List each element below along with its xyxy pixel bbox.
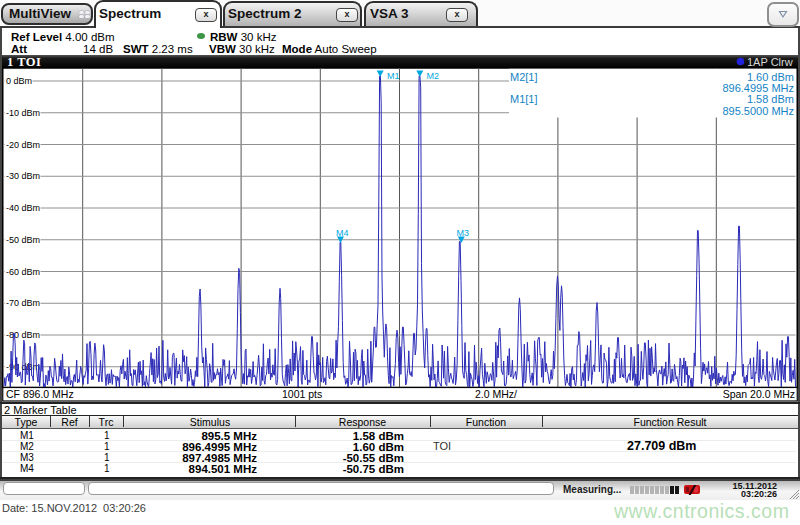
svg-text:CF 896.0 MHz: CF 896.0 MHz [6, 388, 74, 400]
svg-text:895.5000 MHz: 895.5000 MHz [722, 105, 794, 117]
svg-text:2.0 MHz/: 2.0 MHz/ [475, 388, 517, 400]
svg-text:M4: M4 [336, 228, 349, 238]
svg-text:-50 dBm: -50 dBm [6, 235, 40, 245]
svg-text:-20 dBm: -20 dBm [6, 140, 40, 150]
svg-text:1AP Clrw: 1AP Clrw [747, 56, 793, 68]
svg-text:0 dBm: 0 dBm [6, 76, 32, 86]
svg-text:-80 dBm: -80 dBm [6, 330, 40, 340]
svg-text:1.58 dBm: 1.58 dBm [747, 93, 794, 105]
svg-text:1001 pts: 1001 pts [282, 388, 322, 400]
svg-text:M1: M1 [387, 71, 400, 81]
svg-text:1 TOI: 1 TOI [7, 55, 41, 69]
svg-text:-40 dBm: -40 dBm [6, 203, 40, 213]
svg-text:M1[1]: M1[1] [510, 93, 538, 105]
svg-text:-60 dBm: -60 dBm [6, 267, 40, 277]
svg-text:Span 20.0 MHz: Span 20.0 MHz [723, 388, 795, 400]
svg-text:M2[1]: M2[1] [510, 71, 538, 83]
svg-text:M2: M2 [427, 71, 440, 81]
svg-text:M3: M3 [457, 228, 470, 238]
svg-text:-70 dBm: -70 dBm [6, 298, 40, 308]
svg-text:-30 dBm: -30 dBm [6, 171, 40, 181]
svg-text:896.4995 MHz: 896.4995 MHz [722, 82, 794, 94]
svg-text:-10 dBm: -10 dBm [6, 108, 40, 118]
